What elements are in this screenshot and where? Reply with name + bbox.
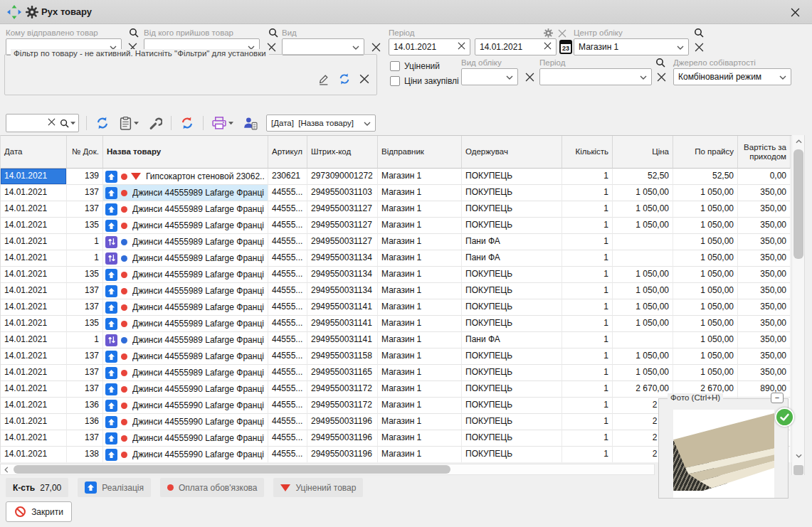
search-clear-icon[interactable] bbox=[48, 118, 56, 128]
period-to-clear-icon[interactable] bbox=[544, 42, 552, 52]
purchase-prices-checkbox[interactable] bbox=[390, 76, 400, 86]
cell-sender: Магазин 1 bbox=[378, 398, 462, 414]
period2-clear-icon[interactable] bbox=[655, 71, 667, 82]
clear-filter-icon[interactable] bbox=[359, 74, 369, 86]
cell-sender: Магазин 1 bbox=[378, 267, 462, 283]
reload-data-icon[interactable] bbox=[179, 115, 196, 132]
table-toolbar: [Дата] [Назва товару] bbox=[0, 111, 812, 135]
cell-doc-number: 135 bbox=[67, 316, 103, 332]
grouping-combo[interactable]: [Дата] [Назва товару] bbox=[266, 115, 376, 132]
vertical-scrollbar-thumb[interactable] bbox=[793, 149, 803, 259]
realization-icon bbox=[105, 383, 117, 395]
kind-combo[interactable] bbox=[282, 38, 364, 55]
column-header[interactable]: Відправник bbox=[378, 136, 462, 169]
calendar-icon[interactable]: 23 bbox=[559, 40, 572, 54]
sent-to-search-icon[interactable] bbox=[129, 28, 139, 40]
center-clear-icon[interactable] bbox=[693, 41, 705, 53]
status-dot-icon bbox=[121, 239, 127, 245]
cell-income-cost: 350,00 bbox=[738, 218, 791, 234]
column-header[interactable]: Ціна bbox=[613, 136, 673, 169]
refresh-table-icon[interactable] bbox=[94, 115, 111, 132]
payment-required-icon bbox=[121, 435, 127, 442]
cell-sender: Магазин 1 bbox=[378, 316, 462, 332]
settings-gear-icon[interactable] bbox=[26, 6, 38, 21]
column-header[interactable]: Кількість bbox=[562, 136, 613, 169]
chevron-down-icon bbox=[364, 119, 371, 127]
column-header[interactable]: По прайсу bbox=[673, 136, 738, 169]
cell-quantity: 1 bbox=[562, 332, 613, 348]
print-icon[interactable] bbox=[211, 115, 235, 131]
quick-search-input[interactable] bbox=[9, 118, 43, 128]
period-to-input[interactable]: 14.01.2021 bbox=[475, 38, 557, 55]
table-row[interactable]: 14.01.2021 1 Джинси 44555989 Lafarge Фра… bbox=[1, 250, 791, 267]
close-button[interactable]: Закрити bbox=[6, 501, 72, 522]
realization-icon bbox=[105, 367, 117, 379]
column-header[interactable]: Штрих-код bbox=[307, 136, 378, 169]
column-header[interactable]: Одержувач bbox=[462, 136, 562, 169]
table-row[interactable]: 14.01.2021 137 Джинси 44555989 Lafarge Ф… bbox=[1, 185, 791, 201]
cost-source-combo[interactable]: Комбінований режим bbox=[673, 68, 791, 85]
column-header[interactable]: Артикул bbox=[268, 136, 307, 169]
table-row[interactable]: 14.01.2021 135 Джинси 44555989 Lafarge Ф… bbox=[1, 267, 791, 283]
search-icon[interactable] bbox=[60, 119, 75, 128]
column-header[interactable]: Вартість за приходом bbox=[738, 136, 791, 169]
table-row[interactable]: 14.01.2021 135 Джинси 44555989 Lafarge Ф… bbox=[1, 218, 791, 234]
table-row[interactable]: 14.01.2021 137 Джинси 44555989 Lafarge Ф… bbox=[1, 299, 791, 316]
move-icon[interactable] bbox=[7, 5, 21, 21]
period2-combo[interactable] bbox=[539, 68, 652, 85]
cell-article: 44555... bbox=[268, 299, 307, 316]
cell-price: 1 050,00 bbox=[613, 348, 673, 365]
column-header[interactable]: Дата bbox=[1, 136, 67, 169]
table-row[interactable]: 14.01.2021 137 Джинси 44555989 Lafarge Ф… bbox=[1, 283, 791, 299]
period-clear-icon[interactable] bbox=[557, 28, 568, 39]
period-from-input[interactable]: 14.01.2021 bbox=[389, 38, 470, 55]
cell-barcode: 2949550031134 bbox=[307, 267, 378, 283]
column-header[interactable]: № Док. bbox=[67, 136, 103, 169]
cell-barcode: 2949550031103 bbox=[307, 185, 378, 201]
table-row[interactable]: 14.01.2021 139 Гипсокартон стеновой 2306… bbox=[1, 169, 791, 185]
cell-income-cost: 350,00 bbox=[738, 250, 791, 267]
cell-article: 44555... bbox=[268, 234, 307, 250]
period-from-clear-icon[interactable] bbox=[458, 42, 465, 52]
column-header[interactable]: Назва товару bbox=[103, 136, 268, 169]
cell-sender: Магазин 1 bbox=[378, 218, 462, 234]
horizontal-scrollbar-thumb[interactable] bbox=[14, 465, 450, 474]
cell-article: 44555... bbox=[268, 218, 307, 234]
cost-source-label: Джерело собівартості bbox=[673, 58, 756, 67]
center-combo[interactable]: Магазин 1 bbox=[574, 38, 689, 55]
settings-wrench-icon[interactable] bbox=[147, 115, 164, 132]
report-document-icon[interactable] bbox=[118, 115, 140, 132]
table-row[interactable]: 14.01.2021 137 Джинси 44555989 Lafarge Ф… bbox=[1, 348, 791, 365]
account-kind-clear-icon[interactable] bbox=[524, 71, 535, 82]
table-row[interactable]: 14.01.2021 137 Джинси 44555989 Lafarge Ф… bbox=[1, 365, 791, 381]
vertical-scrollbar[interactable] bbox=[791, 135, 805, 475]
edit-filter-icon[interactable] bbox=[317, 73, 329, 87]
scroll-left-icon[interactable] bbox=[1, 465, 11, 474]
horizontal-scrollbar[interactable] bbox=[0, 464, 655, 475]
center-value: Магазин 1 bbox=[579, 42, 674, 52]
discounted-item-icon bbox=[131, 173, 141, 180]
quick-search-box[interactable] bbox=[6, 114, 79, 132]
refresh-filter-icon[interactable] bbox=[338, 73, 351, 87]
discounted-checkbox[interactable] bbox=[390, 61, 400, 71]
scroll-up-icon[interactable] bbox=[792, 135, 806, 148]
period2-search-icon[interactable] bbox=[655, 58, 665, 70]
received-from-search-icon[interactable] bbox=[268, 28, 278, 40]
kind-clear-icon[interactable] bbox=[370, 41, 381, 53]
counterparty-card-icon[interactable] bbox=[242, 115, 259, 132]
table-row[interactable]: 14.01.2021 1 Джинси 44555989 Lafarge Фра… bbox=[1, 332, 791, 348]
legend-bar: К-сть 27,00 Реалізація Оплата обов'язков… bbox=[6, 478, 363, 497]
cell-doc-number: 137 bbox=[67, 430, 103, 447]
scroll-down-icon[interactable] bbox=[792, 449, 806, 462]
center-search-icon[interactable] bbox=[694, 28, 704, 40]
cell-product-name: Джинси 44555989 Lafarge Франці... bbox=[103, 332, 268, 348]
table-row[interactable]: 14.01.2021 135 Джинси 44555989 Lafarge Ф… bbox=[1, 316, 791, 332]
table-row[interactable]: 14.01.2021 137 Джинси 44555989 Lafarge Ф… bbox=[1, 201, 791, 218]
cell-by-price: 1 050,00 bbox=[673, 332, 738, 348]
window-close-icon[interactable] bbox=[787, 4, 803, 20]
table-row[interactable]: 14.01.2021 1 Джинси 44555989 Lafarge Фра… bbox=[1, 234, 791, 250]
kind-label: Вид bbox=[282, 28, 297, 37]
cell-price: 1 050,00 bbox=[613, 316, 673, 332]
photo-minimize-button[interactable]: − bbox=[771, 393, 784, 403]
account-kind-combo[interactable] bbox=[461, 68, 518, 85]
